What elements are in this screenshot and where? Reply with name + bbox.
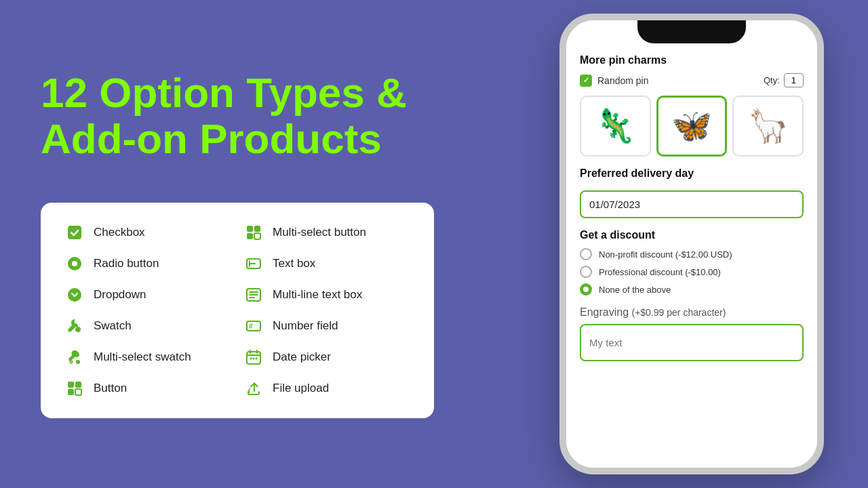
svg-point-15: [75, 327, 81, 332]
radio-icon: [65, 254, 84, 273]
delivery-title: Preferred delivery day: [580, 167, 804, 180]
pin-charms-title: More pin charms: [580, 54, 804, 66]
left-section: 12 Option Types &Add-on Products Checkbo…: [0, 0, 515, 488]
pin-emoji-3: 🦙: [748, 110, 789, 142]
pin-grid: 🦎 🦋 🦙: [580, 96, 804, 157]
option-label-radio: Radio button: [94, 257, 159, 270]
qty-control: Qty: 1: [764, 73, 804, 87]
pin-cell-1[interactable]: 🦎: [580, 96, 651, 157]
svg-rect-0: [68, 226, 81, 239]
pin-cell-3[interactable]: 🦙: [732, 96, 804, 157]
svg-point-25: [253, 358, 255, 360]
radio-none-label: None of the above: [599, 285, 671, 295]
svg-point-6: [72, 261, 77, 266]
radio-nonprofit[interactable]: [580, 248, 592, 260]
svg-point-19: [76, 360, 80, 364]
textbox-icon: [244, 254, 263, 273]
svg-point-24: [250, 358, 252, 360]
phone-notch: [637, 20, 746, 43]
engraving-section: Engraving (+$0.99 per character): [580, 306, 804, 361]
option-item-dropdown: Dropdown: [65, 285, 231, 304]
radio-nonprofit-label: Non-profit discount (-$12.00 USD): [599, 249, 732, 260]
radio-option-none[interactable]: None of the above: [580, 283, 804, 296]
option-label-upload: File upload: [273, 382, 329, 395]
qty-label: Qty:: [764, 75, 780, 85]
random-pin-checkbox[interactable]: [580, 75, 592, 87]
phone-content: More pin charms Random pin Qty: 1 🦎: [566, 20, 817, 468]
option-label-text-box: Text box: [273, 257, 315, 270]
random-pin-label: Random pin: [597, 75, 649, 86]
discount-title: Get a discount: [580, 229, 804, 241]
option-label-number: Number field: [273, 319, 338, 333]
option-item-multiline: Multi-line text box: [244, 285, 410, 304]
option-item-multi-select-button: Multi-select button: [244, 223, 410, 242]
option-list-card: Checkbox Multi-select button Radio butto…: [41, 203, 434, 418]
option-item-number: # Number field: [244, 317, 410, 336]
option-item-text-box: Text box: [244, 254, 410, 273]
upload-icon: [244, 379, 263, 398]
dropdown-icon: [65, 285, 84, 304]
radio-none[interactable]: [580, 283, 592, 296]
svg-point-10: [68, 288, 81, 302]
delivery-section: Preferred delivery day: [580, 167, 804, 218]
engraving-title: Engraving (+$0.99 per character): [580, 306, 804, 319]
checkbox-row: Random pin Qty: 1: [580, 73, 804, 87]
svg-rect-27: [68, 382, 74, 388]
delivery-input[interactable]: [580, 190, 804, 218]
option-item-checkbox: Checkbox: [65, 223, 231, 242]
swatch-icon: [65, 317, 84, 336]
option-label-multiline: Multi-line text box: [273, 288, 362, 302]
multiselect-button-icon: [244, 223, 263, 242]
svg-rect-2: [254, 226, 260, 232]
svg-point-26: [256, 358, 258, 360]
checkbox-icon: [65, 223, 84, 242]
multiswatch-icon: [65, 348, 84, 367]
svg-rect-30: [75, 389, 81, 395]
option-label-multi-select-button: Multi-select button: [273, 226, 366, 239]
pin-cell-2[interactable]: 🦋: [656, 96, 728, 157]
option-label-checkbox: Checkbox: [94, 226, 145, 239]
qty-value[interactable]: 1: [784, 73, 804, 87]
pin-charms-section: More pin charms Random pin Qty: 1 🦎: [580, 54, 804, 157]
option-item-multiswatch: Multi-select swatch: [65, 348, 231, 367]
number-icon: #: [244, 317, 263, 336]
option-label-swatch: Swatch: [94, 319, 132, 333]
engraving-input[interactable]: [580, 324, 804, 361]
right-section: More pin charms Random pin Qty: 1 🦎: [515, 0, 868, 488]
main-title: 12 Option Types &Add-on Products: [41, 70, 475, 162]
multiline-icon: [244, 285, 263, 304]
option-label-button: Button: [94, 382, 127, 395]
svg-text:#: #: [249, 323, 253, 330]
svg-rect-29: [68, 389, 74, 395]
phone-frame: More pin charms Random pin Qty: 1 🦎: [559, 14, 824, 474]
radio-professional-label: Professional discount (-$10.00): [599, 267, 721, 277]
option-label-dropdown: Dropdown: [94, 288, 146, 302]
radio-option-professional[interactable]: Professional discount (-$10.00): [580, 266, 804, 278]
engraving-title-text: Engraving: [580, 306, 629, 318]
option-label-date: Date picker: [273, 350, 331, 364]
svg-rect-28: [75, 382, 81, 388]
option-item-button: Button: [65, 379, 231, 398]
button-icon: [65, 379, 84, 398]
svg-rect-1: [247, 226, 253, 232]
engraving-subtitle: (+$0.99 per character): [632, 307, 726, 318]
svg-rect-3: [247, 233, 253, 239]
pin-emoji-2: 🦋: [671, 110, 712, 142]
radio-option-nonprofit[interactable]: Non-profit discount (-$12.00 USD): [580, 248, 804, 260]
checkbox-left: Random pin: [580, 75, 649, 87]
option-item-swatch: Swatch: [65, 317, 231, 336]
discount-section: Get a discount Non-profit discount (-$12…: [580, 229, 804, 296]
radio-professional[interactable]: [580, 266, 592, 278]
option-item-upload: File upload: [244, 379, 410, 398]
svg-rect-4: [254, 233, 260, 239]
pin-emoji-1: 🦎: [595, 110, 635, 142]
svg-point-18: [69, 360, 73, 364]
option-item-date: Date picker: [244, 348, 410, 367]
option-label-multiswatch: Multi-select swatch: [94, 350, 191, 364]
date-icon: [244, 348, 263, 367]
option-item-radio: Radio button: [65, 254, 231, 273]
